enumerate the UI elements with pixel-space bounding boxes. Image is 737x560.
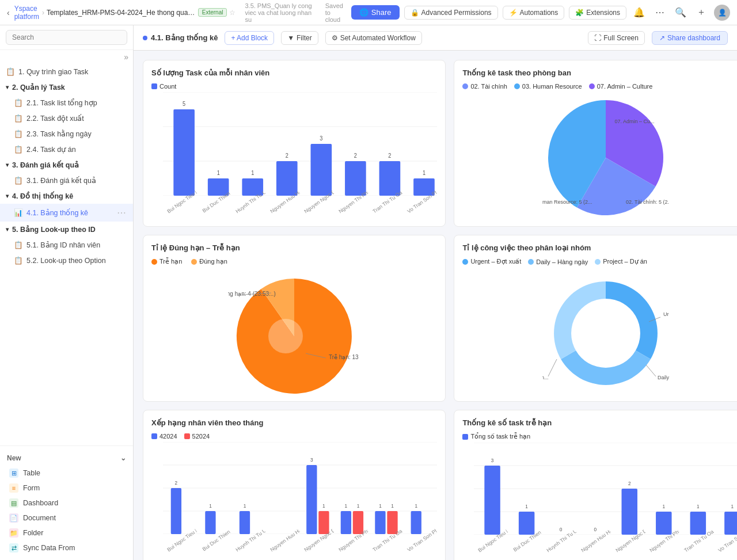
svg-text:1: 1 <box>322 503 325 509</box>
sidebar-item-lookup-option[interactable]: 📋 5.2. Look-up theo Option <box>0 253 133 268</box>
fullscreen-button[interactable]: ⛶ Full Screen <box>588 31 645 45</box>
sidebar: » 📋 1. Quy trình giao Task ▾ 2. Quản lý … <box>0 25 134 560</box>
svg-text:1: 1 <box>209 503 212 509</box>
sidebar-item-task-hang-ngay[interactable]: 📋 2.3. Task hằng ngày <box>0 126 133 142</box>
sidebar-item-quy-trinh[interactable]: 📋 1. Quy trình giao Task <box>0 64 133 79</box>
add-icon[interactable]: ＋ <box>693 5 709 21</box>
chart-title: Tỉ lệ công việc theo phân loại nhóm <box>462 243 737 252</box>
sidebar-item-label: 3.1. Đánh giá kết quả <box>26 176 96 185</box>
legend-color <box>151 83 157 89</box>
nav-icon: 📋 <box>14 98 23 107</box>
sidebar-search[interactable] <box>0 25 133 50</box>
automations-button[interactable]: ⚡ Automations <box>503 6 565 20</box>
filter-button[interactable]: ▼ Filter <box>281 31 318 45</box>
svg-text:1: 1 <box>379 503 382 509</box>
new-item-label: Sync Data From <box>23 544 75 552</box>
svg-text:2: 2 <box>286 153 288 159</box>
back-arrow-icon[interactable]: ‹ <box>7 8 10 17</box>
share-dash-label: Share dashboard <box>667 34 720 42</box>
sidebar-section-quan-ly-task[interactable]: ▾ 2. Quản lý Task <box>0 79 133 95</box>
sidebar-item-bang-id[interactable]: 📋 5.1. Bảng ID nhân viên <box>0 237 133 253</box>
share-button[interactable]: 🌐 Share <box>351 5 400 20</box>
notifications-icon[interactable]: 🔔 <box>631 5 647 21</box>
svg-text:3: 3 <box>491 458 494 463</box>
chart-phan-loai-nhom: Tỉ lệ công việc theo phân loại nhóm Urge… <box>454 235 737 402</box>
sidebar-collapse-button[interactable]: » <box>124 52 128 62</box>
add-block-button[interactable]: + Add Block <box>225 31 274 45</box>
sidebar-item-bang-thong-ke[interactable]: 📊 4.1. Bảng thống kê ⋯ <box>0 204 133 222</box>
svg-line-37 <box>548 359 557 376</box>
share-icon: ↗ <box>659 34 665 42</box>
form-icon: ≡ <box>9 483 18 493</box>
sidebar-section-lookup[interactable]: ▾ 5. Bảng Look-up theo ID <box>0 222 133 237</box>
svg-rect-63 <box>341 511 351 534</box>
more-icon[interactable]: ⋯ <box>117 207 126 218</box>
new-item-dashboard[interactable]: ▤ Dashboard <box>0 496 133 511</box>
folder-icon: 📁 <box>9 528 18 538</box>
share-dashboard-button[interactable]: ↗ Share dashboard <box>652 31 728 45</box>
svg-text:Daily – Hàng ngày: 6 (35.2...): Daily – Hàng ngày: 6 (35.2...) <box>658 375 669 380</box>
page-title: 4.1. Bảng thống kê <box>143 33 218 42</box>
svg-text:1: 1 <box>731 504 734 509</box>
sidebar-item-label: 1. Quy trình giao Task <box>18 68 88 76</box>
nav-icon: 📋 <box>14 176 23 185</box>
svg-text:1: 1 <box>415 503 417 509</box>
svg-text:0: 0 <box>560 527 563 532</box>
new-item-sync[interactable]: ⇄ Sync Data From <box>0 540 133 555</box>
svg-rect-78 <box>485 466 500 535</box>
dashboard-icon: ▤ <box>9 498 18 508</box>
chart7-area: 2 1 1 3 1 <box>151 442 437 560</box>
new-item-form[interactable]: ≡ Form <box>0 481 133 496</box>
nav-icon: 📋 <box>14 241 23 249</box>
chart8-legend: Tổng số task trễ hạn <box>462 433 737 440</box>
nav-icon: 📋 <box>14 114 23 123</box>
active-dot <box>143 36 147 40</box>
search-icon[interactable]: 🔍 <box>673 5 689 21</box>
sidebar-item-label: 4. Đồ thị thống kê <box>12 192 73 200</box>
platform-name[interactable]: Yspace platform <box>14 5 40 21</box>
advanced-permissions-button[interactable]: 🔒 Advanced Permissions <box>404 6 498 20</box>
donut5-svg: Urgent – Đợt xuất... Daily – Hàng ngày: … <box>542 270 669 397</box>
chart8-x-labels: Bui Ngoc Tieu Ly Bui Duc Thien Huynh Thi… <box>474 539 737 544</box>
chart5-legend: Urgent – Đợt xuất Daily – Hàng ngày Proj… <box>462 258 737 265</box>
chart7-x-labels: Bui Ngoc Tieu Ly Bui Duc Thien Huynh Thi… <box>163 538 437 544</box>
chart-xep-hang: Xếp hạng nhân viên theo tháng 42024 5202… <box>143 410 446 560</box>
extensions-button[interactable]: 🧩 Extensions <box>569 6 626 20</box>
svg-text:0: 0 <box>594 527 597 532</box>
svg-text:Urgent – Đợt xuất...: Urgent – Đợt xuất... <box>663 311 669 317</box>
external-badge: External <box>198 8 227 17</box>
set-workflow-button[interactable]: ⚙ Set Automated Workflow <box>325 31 422 45</box>
nav-icon: 📋 <box>14 145 23 154</box>
chevron-down-icon[interactable]: ⌄ <box>120 454 126 462</box>
svg-point-27 <box>268 319 303 353</box>
breadcrumb-sub: 3.5. PMS_Quan ly cong viec va chat luong… <box>245 2 318 23</box>
main-content: 4.1. Bảng thống kê + Add Block ▼ Filter … <box>134 25 737 560</box>
more-options-icon[interactable]: ⋯ <box>652 5 668 21</box>
donut5-container: Urgent – Đợt xuất... Daily – Hàng ngày: … <box>462 270 737 397</box>
lightning-icon: ⚡ <box>509 9 518 17</box>
sidebar-item-danh-gia[interactable]: 📋 3.1. Đánh giá kết quả <box>0 173 133 188</box>
chart-thong-ke-phong-ban: Thống kê task theo phòng ban 02. Tài chí… <box>454 60 737 227</box>
sidebar-section-do-thi[interactable]: ▾ 4. Đồ thị thống kê <box>0 188 133 204</box>
bar-chart-svg: 6 4 2 0 5 1 1 2 3 <box>163 92 437 196</box>
dashboard-grid: Số lượng Task của mỗi nhân viên Count <box>134 51 737 560</box>
avatar[interactable]: 👤 <box>714 5 730 21</box>
new-item-label: Form <box>23 484 40 492</box>
sidebar-item-label: 5.1. Bảng ID nhân viên <box>26 241 100 249</box>
search-input[interactable] <box>6 30 127 45</box>
chart7-svg: 2 1 1 3 1 <box>163 442 437 534</box>
new-item-document[interactable]: 📄 Document <box>0 511 133 525</box>
chart7-legend: 42024 52024 <box>151 433 437 440</box>
sidebar-item-task-du-an[interactable]: 📋 2.4. Task dự án <box>0 142 133 157</box>
svg-text:07. Admin – Cu...: 07. Admin – Cu... <box>614 119 654 124</box>
svg-text:1: 1 <box>251 170 254 176</box>
sidebar-section-danh-gia[interactable]: ▾ 3. Đánh giá kết quả <box>0 157 133 173</box>
chart8-area: 3 1 0 0 2 1 1 1 B <box>462 443 737 560</box>
new-item-table[interactable]: ⊞ Table <box>0 466 133 481</box>
sidebar-item-task-list[interactable]: 📋 2.1. Task list tổng hợp <box>0 95 133 111</box>
sidebar-item-task-dot-xuat[interactable]: 📋 2.2. Task đột xuất <box>0 111 133 126</box>
nav-icon: 📋 <box>6 67 15 76</box>
chevron-down-icon: ▾ <box>6 226 9 233</box>
x-labels: Bui Ngoc Tieu Ly Bui Duc Thien Huynh Thi… <box>163 200 437 205</box>
new-item-folder[interactable]: 📁 Folder <box>0 525 133 540</box>
